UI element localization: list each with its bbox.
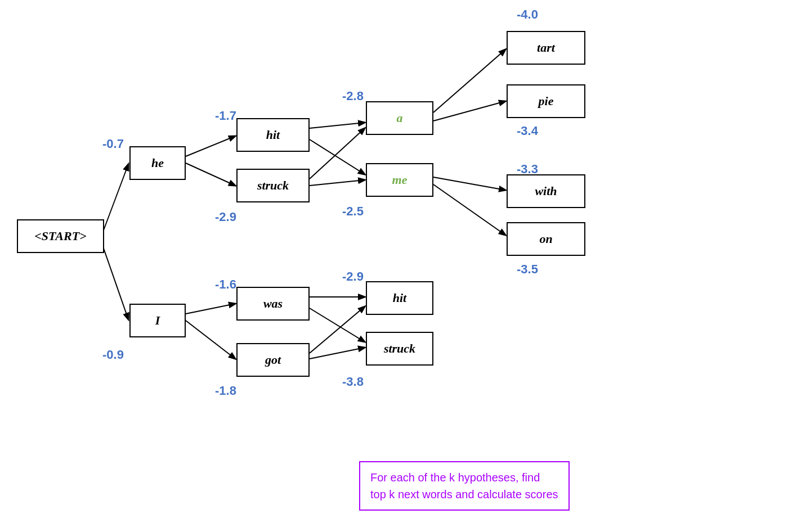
node-hit2: hit	[366, 281, 433, 315]
node-a: a	[366, 101, 433, 135]
score-hit1: -1.7	[215, 109, 236, 123]
annotation-text2: top k next words and calculate scores	[370, 488, 558, 501]
node-with: with	[507, 174, 585, 208]
svg-line-1	[101, 242, 128, 319]
svg-line-2	[186, 136, 235, 156]
node-I: I	[129, 304, 186, 337]
node-a-label: a	[397, 111, 403, 125]
score-a: -2.8	[342, 89, 364, 103]
score-pie: -3.4	[517, 124, 538, 138]
score-struck2: -3.8	[342, 375, 364, 389]
svg-line-11	[310, 308, 365, 342]
svg-line-0	[101, 164, 128, 236]
node-start: <START>	[17, 219, 104, 253]
score-was: -1.6	[215, 277, 236, 292]
svg-line-15	[433, 101, 505, 121]
node-me: me	[366, 163, 433, 197]
svg-line-8	[310, 128, 365, 179]
annotation-box: For each of the k hypotheses, find top k…	[359, 461, 570, 511]
svg-line-17	[433, 184, 505, 235]
score-struck1: -2.9	[215, 210, 236, 224]
svg-line-16	[433, 177, 505, 190]
node-struck2: struck	[366, 332, 433, 366]
svg-line-4	[186, 304, 235, 314]
score-he: -0.7	[102, 137, 124, 151]
node-hit1: hit	[236, 118, 310, 152]
node-was: was	[236, 287, 310, 321]
svg-line-13	[310, 348, 365, 359]
svg-line-14	[433, 49, 505, 112]
score-I: -0.9	[102, 348, 124, 362]
score-hit2: -2.9	[342, 269, 364, 284]
score-with: -3.3	[517, 162, 538, 177]
node-tart: tart	[507, 31, 585, 65]
svg-line-6	[310, 123, 365, 128]
node-struck1: struck	[236, 169, 310, 202]
node-on: on	[507, 222, 585, 256]
node-he: he	[129, 146, 186, 180]
annotation-text1: For each of the k hypotheses, find	[370, 471, 540, 484]
node-got: got	[236, 343, 310, 377]
score-on: -3.5	[517, 262, 538, 277]
node-pie: pie	[507, 84, 585, 118]
svg-line-5	[186, 321, 235, 359]
score-tart: -4.0	[517, 7, 538, 22]
score-got: -1.8	[215, 384, 236, 398]
score-me: -2.5	[342, 204, 364, 219]
diagram: <START> he I hit struck was got a me hit…	[0, 0, 788, 532]
node-me-label: me	[392, 173, 408, 187]
arrows-svg	[0, 0, 788, 532]
svg-line-7	[310, 139, 365, 174]
svg-line-12	[310, 306, 365, 353]
svg-line-3	[186, 163, 235, 186]
svg-line-9	[310, 180, 365, 186]
